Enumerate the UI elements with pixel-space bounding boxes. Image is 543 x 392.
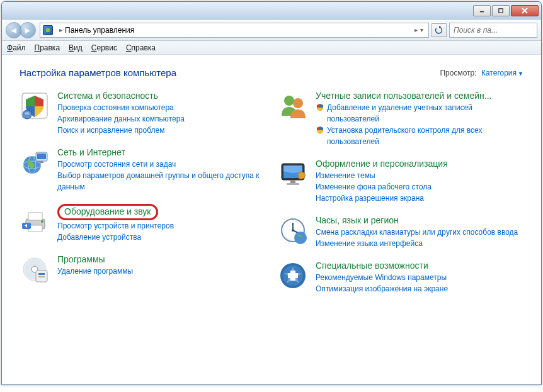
search-box[interactable] [449,23,537,38]
menu-tools[interactable]: Сервис [91,43,117,52]
category-link[interactable]: Изменение темы [316,170,523,181]
page-title: Настройка параметров компьютера [20,67,176,78]
category-link[interactable]: Добавление и удаление учетных записей по… [327,102,523,125]
address-bar[interactable]: ▸ Панель управления ▸ ▾ [40,23,429,38]
titlebar [2,2,541,20]
category-shield: Система и безопасностьПроверка состояния… [20,91,265,136]
category-body: Учетные записи пользователей и семейн...… [316,91,523,147]
category-link[interactable]: Просмотр состояния сети и задач [57,159,265,170]
forward-button[interactable]: ► [20,22,36,38]
category-title[interactable]: Учетные записи пользователей и семейн... [316,91,491,101]
address-dropdown-icon[interactable]: ▾ [420,26,423,33]
printer-icon [20,204,50,234]
category-link[interactable]: Поиск и исправление проблем [57,125,265,136]
menu-help[interactable]: Справка [126,43,156,52]
categories: Система и безопасностьПроверка состояния… [20,91,523,306]
control-panel-icon [43,25,53,35]
breadcrumb-text[interactable]: Панель управления [65,26,412,35]
category-link[interactable]: Выбор параметров домашней группы и общег… [57,170,265,193]
category-title[interactable]: Специальные возможности [316,260,428,271]
menu-view[interactable]: Вид [69,43,83,52]
category-access: Специальные возможностиРекомендуемые Win… [278,260,523,294]
category-link[interactable]: Смена раскладки клавиатуры или других сп… [316,227,523,238]
category-body: Оборудование и звукПросмотр устройств и … [57,204,265,243]
category-clock: Часы, язык и регионСмена раскладки клави… [278,215,523,249]
users-icon [278,91,308,121]
category-link[interactable]: Удаление программы [57,266,265,277]
view-by-value[interactable]: Категория [481,69,517,77]
category-body: Сеть и ИнтернетПросмотр состояния сети и… [57,147,265,193]
category-link[interactable]: Архивирование данных компьютера [57,113,265,125]
content-header: Настройка параметров компьютера Просмотр… [20,67,523,78]
breadcrumb-arrow: ▸ [59,26,62,33]
svg-rect-1 [499,8,503,12]
search-input[interactable] [454,26,543,35]
category-body: Оформление и персонализацияИзменение тем… [316,159,523,204]
shield-icon [20,91,50,121]
category-body: Специальные возможностиРекомендуемые Win… [316,260,523,294]
category-title[interactable]: Оформление и персонализация [316,159,448,169]
category-disc: ПрограммыУдаление программы [20,254,265,284]
link-row: Установка родительского контроля для все… [316,125,523,147]
highlight-annotation: Оборудование и звук [57,204,158,220]
view-dropdown-icon[interactable]: ▼ [518,70,523,77]
window: ◄ ► ▸ Панель управления ▸ ▾ Файл Правка … [1,1,542,385]
category-link[interactable]: Изменение языка интерфейса [316,238,523,249]
uac-shield-icon [316,103,324,112]
category-printer: Оборудование и звукПросмотр устройств и … [20,204,265,243]
category-monitor: Оформление и персонализацияИзменение тем… [278,159,523,204]
view-by-label: Просмотр: [440,69,476,77]
maximize-button[interactable] [492,5,510,16]
category-link[interactable]: Оптимизация изображения на экране [316,283,523,294]
category-body: Система и безопасностьПроверка состояния… [57,91,265,136]
nav-arrows: ◄ ► [6,22,36,38]
monitor-icon [278,159,308,189]
menubar: Файл Правка Вид Сервис Справка [2,41,541,55]
uac-shield-icon [316,126,324,135]
category-link[interactable]: Установка родительского контроля для все… [327,125,523,147]
access-icon [278,260,308,291]
category-link[interactable]: Изменение фона рабочего стола [316,181,523,193]
category-link[interactable]: Настройка разрешения экрана [316,193,523,204]
menu-edit[interactable]: Правка [35,43,60,52]
breadcrumb-arrow-after[interactable]: ▸ [414,26,418,33]
category-title[interactable]: Часы, язык и регион [316,215,399,225]
clock-icon [278,215,308,245]
content: Настройка параметров компьютера Просмотр… [2,55,541,384]
category-body: ПрограммыУдаление программы [57,254,265,284]
category-link[interactable]: Рекомендуемые Windows параметры [316,272,523,283]
link-row: Добавление и удаление учетных записей по… [316,102,523,125]
category-users: Учетные записи пользователей и семейн...… [278,91,523,147]
category-link[interactable]: Просмотр устройств и принтеров [57,220,265,232]
category-globe: Сеть и ИнтернетПросмотр состояния сети и… [20,147,265,193]
menu-file[interactable]: Файл [7,43,26,52]
view-by: Просмотр: Категория▼ [440,69,523,77]
left-column: Система и безопасностьПроверка состояния… [20,91,265,306]
disc-icon [20,254,50,284]
category-link[interactable]: Проверка состояния компьютера [57,102,265,113]
category-link[interactable]: Добавление устройства [57,232,265,243]
close-button[interactable] [511,5,539,16]
category-title[interactable]: Программы [57,254,105,264]
refresh-button[interactable] [432,23,447,37]
category-title[interactable]: Система и безопасность [57,91,158,101]
globe-icon [20,147,50,177]
minimize-button[interactable] [473,5,491,16]
category-title[interactable]: Оборудование и звук [64,206,151,216]
category-title[interactable]: Сеть и Интернет [57,147,125,157]
category-body: Часы, язык и регионСмена раскладки клави… [316,215,523,249]
right-column: Учетные записи пользователей и семейн...… [278,91,523,306]
navbar: ◄ ► ▸ Панель управления ▸ ▾ [2,20,541,41]
